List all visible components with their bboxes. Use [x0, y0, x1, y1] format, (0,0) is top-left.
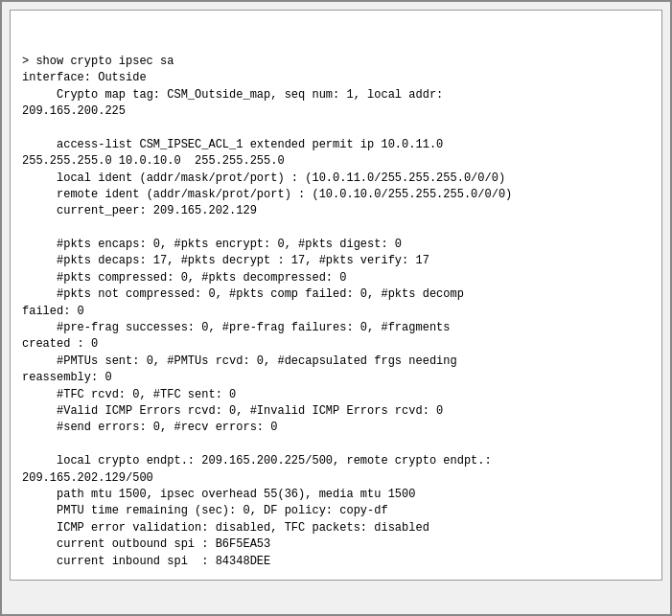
terminal-line: #pkts compressed: 0, #pkts decompressed:…	[22, 270, 650, 286]
terminal-line: current outbound spi : B6F5EA53	[22, 536, 650, 553]
terminal-line: ICMP error validation: disabled, TFC pac…	[22, 520, 650, 536]
terminal-line: #pkts decaps: 17, #pkts decrypt : 17, #p…	[22, 253, 650, 269]
terminal-line: > show crypto ipsec sa	[22, 54, 650, 70]
terminal-line: remote ident (addr/mask/prot/port) : (10…	[22, 187, 650, 203]
terminal-line: current_peer: 209.165.202.129	[22, 203, 650, 219]
terminal-line: path mtu 1500, ipsec overhead 55(36), me…	[22, 487, 650, 503]
terminal-line: 209.165.200.225	[22, 103, 650, 120]
terminal-line: 255.255.255.0 10.0.10.0 255.255.255.0	[22, 153, 650, 170]
terminal-line	[22, 220, 650, 237]
terminal-line: interface: Outside	[22, 70, 650, 86]
terminal-line: #Valid ICMP Errors rcvd: 0, #Invalid ICM…	[22, 403, 650, 420]
terminal-line: reassembly: 0	[22, 370, 650, 386]
terminal-line: local crypto endpt.: 209.165.200.225/500…	[22, 453, 650, 469]
terminal-line: Crypto map tag: CSM_Outside_map, seq num…	[22, 87, 650, 103]
terminal-line	[22, 120, 650, 136]
terminal-line: local ident (addr/mask/prot/port) : (10.…	[22, 171, 650, 187]
terminal-line: #PMTUs sent: 0, #PMTUs rcvd: 0, #decapsu…	[22, 354, 650, 370]
terminal-line: 209.165.202.129/500	[22, 470, 650, 487]
terminal-line: #pkts encaps: 0, #pkts encrypt: 0, #pkts…	[22, 237, 650, 253]
terminal-line: created : 0	[22, 336, 650, 353]
terminal-line: current inbound spi : 84348DEE	[22, 554, 650, 570]
window: > show crypto ipsec sainterface: Outside…	[0, 0, 672, 616]
terminal-line: #TFC rcvd: 0, #TFC sent: 0	[22, 387, 650, 403]
terminal-line	[22, 437, 650, 453]
terminal-line: PMTU time remaining (sec): 0, DF policy:…	[22, 503, 650, 519]
terminal-output: > show crypto ipsec sainterface: Outside…	[10, 10, 662, 581]
terminal-line: access-list CSM_IPSEC_ACL_1 extended per…	[22, 137, 650, 153]
terminal-line: #pre-frag successes: 0, #pre-frag failur…	[22, 320, 650, 336]
terminal-line: #pkts not compressed: 0, #pkts comp fail…	[22, 286, 650, 303]
terminal-line: #send errors: 0, #recv errors: 0	[22, 420, 650, 436]
terminal-line: failed: 0	[22, 304, 650, 320]
